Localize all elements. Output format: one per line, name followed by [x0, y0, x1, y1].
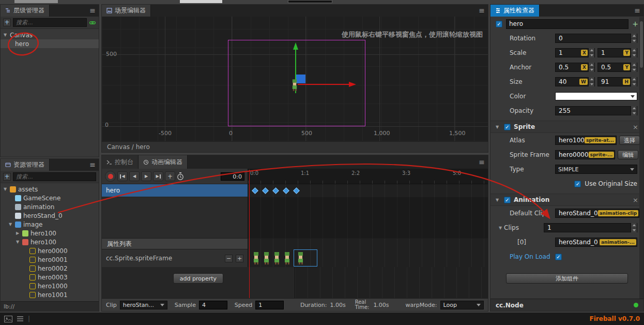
asset-row-herostand[interactable]: heroStand_0: [1, 211, 99, 220]
panel-menu-icon[interactable]: ≡: [479, 6, 485, 14]
record-button[interactable]: [105, 171, 116, 182]
tab-assets[interactable]: 资源管理器: [1, 159, 50, 171]
asset-row[interactable]: hero1000: [1, 282, 99, 290]
link-scene-icon[interactable]: [89, 20, 96, 26]
add-keyframe-button[interactable]: +: [165, 171, 175, 181]
keyframe-lane[interactable]: [248, 238, 488, 249]
play-on-load-checkbox[interactable]: ✓: [555, 254, 562, 260]
add-node-button[interactable]: +: [3, 19, 11, 26]
sprite-enabled-checkbox[interactable]: ✓: [504, 124, 511, 130]
asset-row[interactable]: hero0001: [1, 255, 99, 264]
scale-x-input[interactable]: 1X: [555, 48, 595, 57]
size-w-input[interactable]: 40W: [555, 77, 595, 86]
scene-viewport[interactable]: 使用鼠标右键平移视窗焦点，使用滚轮缩放视图 500 0 -500 0 500 1…: [102, 17, 488, 141]
stopwatch-icon[interactable]: [177, 172, 184, 181]
tab-animation-editor[interactable]: 动画编辑器: [139, 155, 188, 169]
sample-input[interactable]: 4: [199, 301, 227, 309]
chevron-down-icon[interactable]: ▼: [496, 125, 501, 129]
spriteframe-thumb[interactable]: [252, 251, 260, 265]
sprite-frame-field[interactable]: hero0000sprite-...: [555, 150, 615, 159]
stepper[interactable]: [631, 34, 637, 43]
stepper[interactable]: [631, 77, 637, 86]
tab-hierarchy[interactable]: 层级管理器: [1, 5, 50, 17]
panel-menu-icon[interactable]: ≡: [479, 158, 485, 166]
play-button[interactable]: ▶: [141, 171, 151, 181]
keyframe-lane[interactable]: [295, 267, 488, 298]
stepper[interactable]: [631, 63, 637, 72]
remove-property-button[interactable]: −: [225, 255, 233, 262]
stepper[interactable]: [631, 106, 637, 115]
chevron-down-icon[interactable]: ▼: [15, 240, 20, 244]
keyframe-diamond[interactable]: [262, 187, 269, 194]
rotation-input[interactable]: 0: [555, 34, 637, 43]
spriteframe-thumb[interactable]: [283, 251, 291, 265]
tab-scene[interactable]: 场景编辑器: [102, 5, 151, 17]
chevron-down-icon[interactable]: ▼: [496, 198, 501, 202]
asset-row[interactable]: ▼ hero100: [1, 238, 99, 246]
speed-input[interactable]: 1: [255, 301, 284, 309]
sprite-section-header[interactable]: ▼ ✓ Sprite ×: [490, 121, 643, 133]
asset-row[interactable]: hero0000: [1, 246, 99, 255]
anchor-x-input[interactable]: 0.5X: [555, 63, 595, 72]
panel-menu-icon[interactable]: ≡: [89, 6, 96, 14]
stepper[interactable]: [631, 48, 637, 57]
chevron-down-icon[interactable]: ▼: [3, 187, 8, 191]
add-property-button[interactable]: add property: [173, 273, 223, 284]
clip-select[interactable]: heroStan...: [120, 301, 167, 309]
type-select[interactable]: SIMPLE: [555, 165, 637, 174]
hero-sprite[interactable]: [291, 79, 298, 92]
asset-row[interactable]: hero0003: [1, 273, 99, 282]
scrollbar-thumb[interactable]: [640, 21, 643, 68]
stepper[interactable]: [588, 77, 594, 86]
next-frame-button[interactable]: ▶: [153, 171, 163, 181]
chevron-down-icon[interactable]: ▼: [499, 226, 504, 230]
spriteframe-thumb[interactable]: [263, 251, 270, 265]
scale-y-input[interactable]: 1Y: [597, 48, 637, 57]
default-clip-field[interactable]: heroStand_0animation-clip: [555, 209, 639, 218]
chevron-down-icon[interactable]: ▼: [8, 222, 13, 227]
add-icon[interactable]: +: [632, 20, 638, 27]
previous-frame-button[interactable]: ◀: [129, 171, 140, 181]
stepper[interactable]: [588, 48, 594, 57]
add-component-button[interactable]: 添加组件: [506, 273, 628, 284]
keyframe-diamond[interactable]: [283, 187, 289, 194]
keyframe-diamond[interactable]: [272, 187, 279, 194]
spriteframe-key-lane[interactable]: [248, 249, 488, 267]
chevron-right-icon[interactable]: ▶: [15, 231, 20, 235]
asset-row[interactable]: hero1001: [1, 290, 99, 299]
animation-section-header[interactable]: ▼ ✓ Animation ×: [490, 194, 643, 206]
asset-row[interactable]: ▼ assets: [1, 185, 99, 194]
clip-element-field[interactable]: heroStand_0animation-...: [555, 238, 637, 247]
skip-to-start-button[interactable]: ◀: [117, 171, 128, 181]
size-h-input[interactable]: 91H: [597, 77, 637, 86]
panel-menu-icon[interactable]: ≡: [89, 160, 96, 169]
timeline-playhead[interactable]: [249, 170, 250, 298]
tree-node-canvas[interactable]: ▼ Canvas: [1, 31, 99, 39]
add-asset-button[interactable]: +: [3, 173, 11, 181]
track-row-hero[interactable]: hero: [102, 184, 248, 197]
asset-row[interactable]: animation: [1, 202, 99, 211]
use-original-size-checkbox[interactable]: ✓: [574, 181, 581, 187]
opacity-input[interactable]: 255: [555, 106, 637, 115]
asset-row[interactable]: GameScene: [1, 194, 99, 202]
tab-inspector[interactable]: 属性检查器: [490, 5, 540, 17]
remove-component-icon[interactable]: ×: [633, 196, 638, 204]
animation-enabled-checkbox[interactable]: ✓: [504, 197, 511, 203]
keyframe-diamond[interactable]: [252, 187, 258, 194]
timeline-ruler[interactable]: 0:0 1:1 2:2 3:3 5:0: [248, 169, 488, 184]
sprite-frame-edit-button[interactable]: 编辑: [618, 150, 638, 159]
remove-component-icon[interactable]: ×: [633, 123, 638, 131]
node-active-checkbox[interactable]: ✓: [496, 21, 502, 27]
breadcrumb[interactable]: Canvas / hero: [107, 143, 150, 151]
current-time-display[interactable]: 0:0: [221, 172, 244, 181]
spriteframe-thumb[interactable]: [273, 251, 281, 265]
clips-count-input[interactable]: 1: [544, 223, 637, 232]
panel-menu-icon[interactable]: ≡: [634, 6, 640, 14]
anchor-y-input[interactable]: 0.5Y: [597, 63, 637, 72]
keyframe-lane[interactable]: [248, 184, 488, 238]
keyframe-diamond[interactable]: [293, 187, 300, 194]
inspector-scrollbar[interactable]: [639, 17, 643, 299]
atlas-field[interactable]: hero100sprite-at...: [555, 136, 617, 145]
screenshot-icon[interactable]: [4, 316, 12, 322]
node-name-input[interactable]: [506, 19, 628, 29]
